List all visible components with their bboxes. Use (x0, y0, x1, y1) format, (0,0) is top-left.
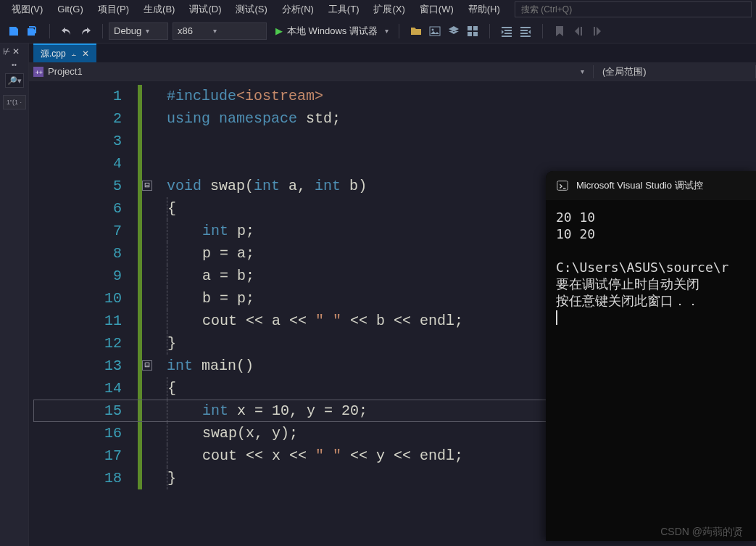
layers-icon[interactable] (446, 23, 462, 39)
menu-item[interactable]: 视图(V) (4, 1, 50, 17)
tab-source-cpp[interactable]: 源.cpp ⫠ ✕ (33, 44, 96, 62)
menu-item[interactable]: 扩展(X) (366, 1, 412, 17)
menu-item[interactable]: Git(G) (50, 1, 90, 17)
menu-item[interactable]: 生成(B) (136, 1, 182, 17)
chevron-down-icon: ▾ (385, 27, 389, 35)
code-line[interactable] (167, 130, 756, 152)
menu-item[interactable]: 测试(S) (228, 1, 274, 17)
svg-rect-3 (473, 26, 478, 30)
navigation-bar: ++ Project1 ▾ (全局范围) (29, 62, 756, 81)
line-number: 15 (29, 400, 122, 422)
line-number: 9 (29, 265, 122, 287)
menu-item[interactable]: 调试(D) (182, 1, 228, 17)
menu-bar: 视图(V)Git(G)项目(P)生成(B)调试(D)测试(S)分析(N)工具(T… (0, 0, 756, 19)
svg-rect-8 (557, 181, 568, 191)
debug-console-window[interactable]: Microsoft Visual Studio 调试控 20 10 10 20 … (546, 171, 756, 541)
svg-rect-2 (468, 26, 472, 30)
play-icon: ▶ (275, 25, 283, 36)
start-debug-button[interactable]: ▶ 本地 Windows 调试器 ▾ (271, 25, 393, 38)
line-number: 10 (29, 287, 122, 310)
bookmark-icon[interactable] (552, 23, 568, 39)
windows-icon[interactable] (465, 23, 481, 39)
pin-icon[interactable]: ⫠ (70, 50, 78, 58)
svg-rect-5 (473, 32, 478, 36)
chevron-down-icon: ▾ (213, 27, 217, 35)
line-number: 18 (29, 467, 122, 489)
svg-rect-4 (468, 32, 472, 36)
config-label: Debug (114, 25, 141, 36)
scope-selector[interactable]: (全局范围) (593, 65, 756, 78)
scope-label: (全局范围) (602, 66, 647, 77)
platform-label: x86 (178, 25, 193, 36)
console-titlebar[interactable]: Microsoft Visual Studio 调试控 (546, 171, 756, 200)
menu-item[interactable]: 分析(N) (275, 1, 321, 17)
line-number: 1 (29, 85, 122, 107)
side-panel: ⊬ ✕ •• 🔎▾ 1"(1 · (0, 44, 29, 546)
prev-bookmark-icon[interactable] (570, 23, 586, 39)
line-number: 17 (29, 444, 122, 467)
console-output: 20 10 10 20 C:\Users\ASUS\source\r 要在调试停… (546, 200, 756, 309)
console-title: Microsoft Visual Studio 调试控 (576, 179, 703, 192)
fold-toggle[interactable]: ⊟ (142, 181, 152, 191)
config-dropdown[interactable]: Debug ▾ (109, 22, 168, 40)
line-number: 5 (29, 175, 122, 197)
svg-point-1 (431, 28, 433, 30)
save-icon[interactable] (6, 23, 22, 39)
chevron-down-icon: ▾ (146, 27, 149, 35)
search-icon[interactable]: 🔎▾ (5, 73, 24, 88)
line-number: 8 (29, 242, 122, 265)
tab-strip: 源.cpp ⫠ ✕ (29, 44, 756, 62)
watermark-text: CSDN @蒟蒻的贤 (660, 526, 743, 539)
undo-icon[interactable] (59, 23, 75, 39)
line-number-gutter: 123456789101112131415161718 (29, 81, 138, 546)
line-number: 11 (29, 310, 122, 332)
line-number: 13 (29, 355, 122, 377)
line-number: 16 (29, 422, 122, 444)
fold-toggle[interactable]: ⊟ (142, 360, 152, 371)
project-selector[interactable]: ++ Project1 ▾ (29, 66, 593, 77)
main-toolbar: Debug ▾ x86 ▾ ▶ 本地 Windows 调试器 ▾ (0, 19, 756, 44)
menu-item[interactable]: 工具(T) (321, 1, 367, 17)
start-debug-label: 本地 Windows 调试器 (287, 25, 378, 38)
line-number: 2 (29, 107, 122, 130)
console-cursor (556, 310, 557, 325)
chevron-down-icon: ▾ (576, 67, 589, 75)
project-name-label: Project1 (48, 66, 83, 77)
menu-item[interactable]: 帮助(H) (461, 1, 507, 17)
fold-column: ⊟⊟ (142, 81, 167, 546)
menu-item[interactable]: 项目(P) (91, 1, 136, 17)
svg-rect-0 (430, 27, 440, 36)
image-icon[interactable] (427, 23, 443, 39)
outdent-icon[interactable] (518, 23, 533, 39)
panel-thumbnail[interactable]: 1"(1 · (3, 95, 26, 109)
next-bookmark-icon[interactable] (589, 23, 605, 39)
platform-dropdown[interactable]: x86 ▾ (173, 22, 267, 40)
tab-label: 源.cpp (41, 48, 66, 60)
line-number: 12 (29, 332, 122, 355)
line-number: 7 (29, 220, 122, 242)
cpp-project-icon: ++ (33, 67, 43, 77)
line-number: 14 (29, 377, 122, 400)
folder-icon[interactable] (408, 23, 424, 39)
save-all-icon[interactable] (25, 23, 41, 39)
redo-icon[interactable] (78, 23, 94, 39)
line-number: 3 (29, 130, 122, 152)
global-search-input[interactable] (515, 1, 752, 17)
svg-text:++: ++ (36, 68, 43, 75)
menu-item[interactable]: 窗口(W) (412, 1, 461, 17)
indent-icon[interactable] (499, 23, 515, 39)
line-number: 4 (29, 152, 122, 175)
pin-icon[interactable]: ⊬ ✕ (3, 46, 20, 57)
code-line[interactable]: using namespace std; (167, 107, 756, 130)
terminal-icon (556, 179, 569, 192)
panel-dots: •• (12, 61, 17, 69)
code-line[interactable]: #include<iostream> (167, 85, 756, 107)
line-number: 6 (29, 197, 122, 220)
close-icon[interactable]: ✕ (82, 49, 89, 59)
